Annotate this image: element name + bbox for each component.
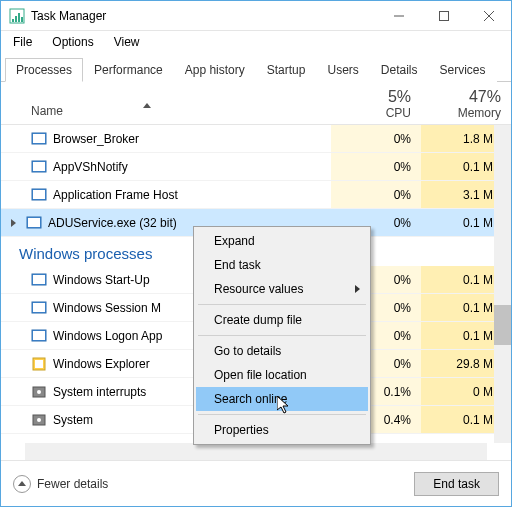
process-icon	[31, 356, 47, 372]
process-icon	[31, 300, 47, 316]
process-icon	[31, 384, 47, 400]
task-manager-window: Task Manager File Options View Processes…	[0, 0, 512, 507]
col-cpu[interactable]: 5% CPU	[321, 88, 411, 120]
scroll-thumb[interactable]	[494, 305, 511, 345]
menu-view[interactable]: View	[106, 33, 148, 51]
menu-options[interactable]: Options	[44, 33, 101, 51]
ctx-go-to-details[interactable]: Go to details	[196, 339, 368, 363]
svg-rect-2	[15, 16, 17, 22]
tabstrip: Processes Performance App history Startu…	[1, 57, 511, 82]
process-icon	[26, 215, 42, 231]
svg-rect-1	[12, 19, 14, 22]
tab-services[interactable]: Services	[429, 58, 497, 82]
process-icon	[31, 272, 47, 288]
process-icon	[31, 159, 47, 175]
svg-rect-3	[18, 13, 20, 22]
chevron-up-icon	[13, 475, 31, 493]
maximize-button[interactable]	[421, 1, 466, 31]
ctx-separator	[198, 304, 366, 305]
tab-users[interactable]: Users	[316, 58, 369, 82]
vertical-scrollbar[interactable]	[494, 125, 511, 443]
window-title: Task Manager	[31, 9, 376, 23]
ctx-end-task[interactable]: End task	[196, 253, 368, 277]
process-row[interactable]: Application Frame Host 0% 3.1 MB	[1, 181, 511, 209]
svg-rect-24	[35, 360, 43, 368]
expand-arrow-icon[interactable]	[11, 219, 16, 227]
svg-rect-22	[33, 331, 45, 340]
horizontal-scrollbar[interactable]	[25, 443, 487, 460]
tab-startup[interactable]: Startup	[256, 58, 317, 82]
svg-point-26	[37, 390, 41, 394]
sort-indicator-icon	[143, 103, 151, 108]
column-headers: Name 5% CPU 47% Memory	[1, 82, 511, 125]
svg-rect-14	[33, 190, 45, 199]
ctx-expand[interactable]: Expand	[196, 229, 368, 253]
process-icon	[31, 412, 47, 428]
ctx-resource-values[interactable]: Resource values	[196, 277, 368, 301]
svg-rect-20	[33, 303, 45, 312]
process-row[interactable]: AppVShNotify 0% 0.1 MB	[1, 153, 511, 181]
tab-details[interactable]: Details	[370, 58, 429, 82]
col-memory[interactable]: 47% Memory	[411, 88, 501, 120]
process-icon	[31, 328, 47, 344]
process-icon	[31, 131, 47, 147]
app-icon	[9, 8, 25, 24]
menubar: File Options View	[1, 31, 511, 53]
titlebar[interactable]: Task Manager	[1, 1, 511, 31]
tab-performance[interactable]: Performance	[83, 58, 174, 82]
tab-app-history[interactable]: App history	[174, 58, 256, 82]
close-button[interactable]	[466, 1, 511, 31]
process-icon	[31, 187, 47, 203]
ctx-create-dump[interactable]: Create dump file	[196, 308, 368, 332]
ctx-open-file-location[interactable]: Open file location	[196, 363, 368, 387]
footer: Fewer details End task	[1, 460, 511, 506]
mouse-cursor-icon	[277, 396, 293, 416]
col-name[interactable]: Name	[31, 104, 63, 118]
svg-rect-10	[33, 134, 45, 143]
svg-rect-16	[28, 218, 40, 227]
svg-point-28	[37, 418, 41, 422]
end-task-button[interactable]: End task	[414, 472, 499, 496]
ctx-separator	[198, 335, 366, 336]
minimize-button[interactable]	[376, 1, 421, 31]
menu-file[interactable]: File	[5, 33, 40, 51]
ctx-properties[interactable]: Properties	[196, 418, 368, 442]
svg-rect-12	[33, 162, 45, 171]
process-row[interactable]: Browser_Broker 0% 1.8 MB	[1, 125, 511, 153]
tab-processes[interactable]: Processes	[5, 58, 83, 82]
svg-rect-4	[21, 17, 23, 22]
svg-rect-18	[33, 275, 45, 284]
svg-rect-6	[439, 12, 448, 21]
fewer-details-button[interactable]: Fewer details	[13, 475, 108, 493]
